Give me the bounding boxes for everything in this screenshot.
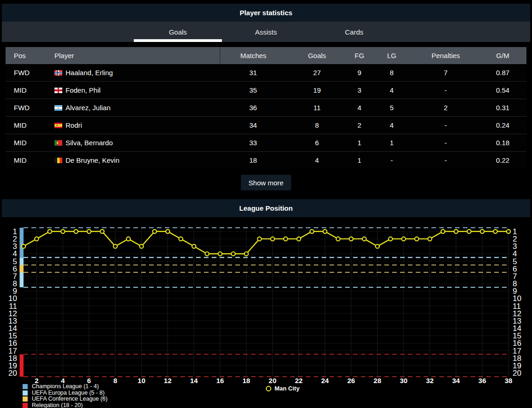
- goals-value: 8: [286, 117, 348, 134]
- player-name[interactable]: De Bruyne, Kevin: [66, 156, 120, 164]
- player-stats-table: Pos Player Matches Goals FG LG Penalties…: [6, 47, 526, 169]
- england-flag-icon: [54, 88, 62, 93]
- fg-value: 9: [348, 64, 371, 82]
- league-position-chart: 1122334455667788991010111112121313141415…: [0, 217, 532, 408]
- table-row[interactable]: MID Foden, Phil 35 19 3 4 - 0.54: [6, 82, 526, 99]
- player-position: FWD: [6, 64, 54, 82]
- tab-cards[interactable]: Cards: [310, 22, 398, 42]
- gm-value: 0.22: [479, 152, 526, 169]
- svg-text:32: 32: [426, 377, 434, 384]
- svg-text:26: 26: [347, 377, 355, 384]
- legend-label: Relegation (18 - 20): [32, 402, 83, 408]
- column-header-penalties: Penalties: [412, 47, 479, 64]
- matches-value: 33: [220, 134, 286, 152]
- legend-label: Champions League (1 - 4): [32, 384, 99, 390]
- penalties-value: 7: [412, 64, 479, 82]
- player-name[interactable]: Haaland, Erling: [66, 69, 113, 77]
- fg-value: 1: [348, 152, 371, 169]
- player-name[interactable]: Silva, Bernardo: [66, 139, 113, 147]
- lg-value: 5: [371, 99, 412, 117]
- belgium-flag-icon: [54, 158, 62, 163]
- show-more-button[interactable]: Show more: [241, 175, 292, 190]
- lg-value: 8: [371, 64, 412, 82]
- player-name[interactable]: Rodri: [66, 121, 82, 129]
- norway-flag-icon: [54, 70, 62, 76]
- league-position-panel-header: League Position: [2, 199, 530, 217]
- matches-value: 18: [220, 152, 286, 169]
- series-name: Man City: [275, 385, 299, 392]
- column-header-pos: Pos: [6, 47, 54, 64]
- matches-value: 35: [220, 82, 286, 99]
- penalties-value: -: [412, 82, 479, 99]
- svg-text:14: 14: [190, 377, 198, 384]
- matches-value: 31: [220, 64, 286, 82]
- table-row[interactable]: MID Rodri 34 8 2 4 - 0.24: [6, 117, 526, 134]
- table-header-row: Pos Player Matches Goals FG LG Penalties…: [6, 47, 526, 64]
- lg-value: 1: [371, 134, 412, 152]
- goals-value: 27: [286, 64, 348, 82]
- fg-value: 4: [348, 99, 371, 117]
- panel-title: Player statistics: [239, 9, 292, 17]
- portugal-flag-icon: [54, 140, 62, 146]
- table-row[interactable]: FWD Haaland, Erling 31 27 9 8 7 0.87: [6, 64, 526, 82]
- table-row[interactable]: MID Silva, Bernardo 33 6 1 1 - 0.18: [6, 134, 526, 152]
- player-position: MID: [6, 82, 54, 99]
- penalties-value: -: [412, 134, 479, 152]
- player-statistics-panel: Player statistics Goals Assists Cards Po…: [2, 4, 530, 190]
- svg-text:10: 10: [137, 377, 145, 384]
- table-row[interactable]: MID De Bruyne, Kevin 18 4 1 - - 0.22: [6, 152, 526, 169]
- svg-text:20: 20: [513, 369, 521, 378]
- legend-item: UEFA Europa League (5 - 8): [23, 390, 108, 396]
- penalties-value: 2: [412, 99, 479, 117]
- svg-text:22: 22: [295, 377, 303, 384]
- legend-item: Relegation (18 - 20): [23, 402, 108, 408]
- player-position: MID: [6, 117, 54, 134]
- legend-item: UEFA Conference League (6): [23, 396, 108, 402]
- player-name[interactable]: Foden, Phil: [66, 86, 101, 94]
- svg-text:20: 20: [269, 377, 276, 384]
- column-header-matches: Matches: [220, 47, 286, 64]
- goals-value: 4: [286, 152, 348, 169]
- stats-tab-bar: Goals Assists Cards: [2, 22, 530, 42]
- column-header-player: Player: [54, 47, 220, 64]
- goals-value: 6: [286, 134, 348, 152]
- svg-text:20: 20: [8, 369, 17, 378]
- goals-value: 19: [286, 82, 348, 99]
- player-position: MID: [6, 152, 54, 169]
- fg-value: 3: [348, 82, 371, 99]
- legend-label: UEFA Europa League (5 - 8): [32, 390, 105, 396]
- penalties-value: -: [412, 152, 479, 169]
- table-row[interactable]: FWD Alvarez, Julian 36 11 4 5 2 0.31: [6, 99, 526, 117]
- svg-text:38: 38: [505, 377, 513, 384]
- gm-value: 0.18: [479, 134, 526, 152]
- gm-value: 0.54: [479, 82, 526, 99]
- player-position: MID: [6, 134, 54, 152]
- svg-text:12: 12: [164, 377, 172, 384]
- chart-legend: Champions League (1 - 4) UEFA Europa Lea…: [23, 384, 108, 408]
- tab-label: Goals: [169, 28, 187, 36]
- svg-text:28: 28: [374, 377, 382, 384]
- legend-label: UEFA Conference League (6): [32, 396, 108, 402]
- svg-text:18: 18: [243, 377, 251, 384]
- svg-text:8: 8: [114, 377, 117, 384]
- player-name[interactable]: Alvarez, Julian: [66, 104, 111, 112]
- league-position-chart-area: 1122334455667788991010111112121313141415…: [0, 217, 532, 408]
- svg-text:34: 34: [452, 377, 460, 384]
- player-statistics-header: Player statistics: [2, 4, 530, 22]
- tab-goals[interactable]: Goals: [134, 22, 222, 42]
- tab-assists[interactable]: Assists: [222, 22, 310, 42]
- column-header-goals: Goals: [286, 47, 348, 64]
- goals-value: 11: [286, 99, 348, 117]
- fg-value: 1: [348, 134, 371, 152]
- panel-title: League Position: [239, 204, 293, 212]
- column-header-lg: LG: [371, 47, 412, 64]
- tab-label: Cards: [345, 28, 363, 36]
- lg-value: 4: [371, 82, 412, 99]
- column-header-gm: G/M: [479, 47, 526, 64]
- fg-value: 2: [348, 117, 371, 134]
- lg-value: 4: [371, 117, 412, 134]
- argentina-flag-icon: [54, 105, 62, 111]
- legend-item: Champions League (1 - 4): [23, 384, 108, 390]
- gm-value: 0.31: [479, 99, 526, 117]
- league-position-header: League Position: [2, 199, 530, 217]
